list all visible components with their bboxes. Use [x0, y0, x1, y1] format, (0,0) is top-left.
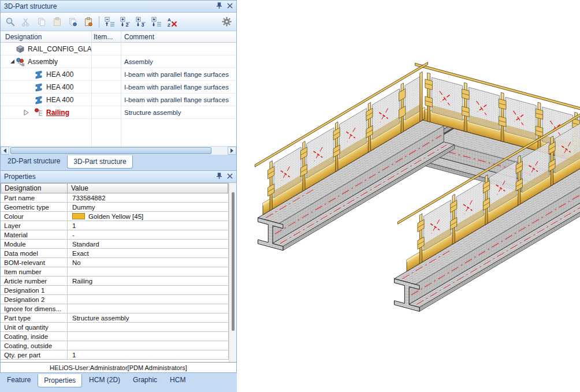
property-value[interactable]: Railing [68, 277, 228, 285]
assembly-icon [16, 57, 25, 66]
property-value[interactable]: 1 [68, 350, 228, 359]
scrollbar-thumb[interactable] [10, 147, 211, 154]
property-label: Part name [1, 193, 68, 202]
column-header-comment[interactable]: Comment [121, 31, 236, 42]
row-comment: Assembly [121, 58, 236, 65]
close-icon[interactable] [227, 2, 233, 10]
properties-grid: Designation Value Part name733584882 Geo… [1, 183, 236, 362]
row-item [91, 55, 121, 68]
tab-graphic[interactable]: Graphic [127, 374, 163, 386]
column-header-designation[interactable]: Designation [1, 31, 91, 42]
row-designation[interactable]: Railing [46, 109, 69, 117]
tab-hcm-2d[interactable]: HCM (2D) [83, 374, 126, 386]
expand-level-2-icon[interactable]: 2 [119, 16, 132, 28]
close-icon[interactable] [227, 173, 233, 181]
tab-hcm[interactable]: HCM [164, 374, 191, 386]
3d-viewport[interactable] [237, 0, 580, 392]
cut-icon[interactable] [20, 16, 32, 28]
application-window: 3D-Part structure [0, 0, 580, 392]
table-row[interactable]: RAIL_CONFIG_GLA... [1, 43, 236, 55]
row-comment: I-beam with parallel flange surfaces [121, 84, 236, 91]
tab-properties[interactable]: Properties [38, 374, 82, 387]
property-value[interactable] [68, 341, 228, 350]
table-row[interactable]: HEA 400 I-beam with parallel flange surf… [1, 68, 236, 81]
scroll-left-icon[interactable] [1, 147, 9, 155]
property-label: Item number [1, 267, 68, 276]
pin-icon[interactable] [216, 2, 222, 11]
tab-feature[interactable]: Feature [1, 374, 36, 386]
property-value[interactable]: No [68, 258, 228, 267]
column-header-designation[interactable]: Designation [1, 183, 68, 193]
property-value[interactable]: 1 [68, 221, 228, 230]
vertical-scrollbar[interactable] [229, 183, 236, 362]
paste-icon[interactable] [51, 16, 64, 28]
expander-expanded-icon[interactable] [9, 59, 16, 64]
property-label: BOM-relevant [1, 258, 68, 267]
column-header-item[interactable]: Item... [91, 31, 121, 42]
row-comment: Structure assembly [121, 109, 236, 116]
row-item [91, 106, 121, 118]
row-item [91, 68, 121, 80]
svg-text:Z: Z [168, 23, 170, 27]
property-row: Designation 1 [1, 286, 228, 295]
railing-assembly-icon [34, 108, 43, 117]
paste-special-icon[interactable] [82, 16, 95, 28]
row-item [91, 81, 121, 93]
collapse-all-icon[interactable] [103, 16, 116, 28]
property-value[interactable] [68, 286, 228, 294]
expand-all-icon[interactable] [150, 16, 163, 28]
property-value[interactable]: 733584882 [68, 193, 228, 202]
tree-header-row: Designation Item... Comment [1, 31, 236, 43]
tab-3d-part-structure[interactable]: 3D-Part structure [67, 155, 132, 169]
row-comment: I-beam with parallel flange surfaces [121, 71, 236, 78]
properties-panel: Properties Designation Value Par [0, 170, 237, 373]
property-row: ModuleStandard [1, 240, 228, 249]
property-value[interactable]: Golden Yellow [45] [68, 212, 228, 221]
properties-header-row: Designation Value [1, 183, 228, 193]
expand-level-3-icon[interactable]: 3 [135, 16, 147, 28]
copy-icon[interactable] [35, 16, 48, 28]
property-value[interactable] [68, 267, 228, 276]
property-label: Article number [1, 277, 68, 285]
column-divider[interactable] [121, 31, 121, 146]
scrollbar-thumb[interactable] [232, 192, 235, 331]
table-row[interactable]: HEA 400 I-beam with parallel flange surf… [1, 81, 236, 94]
property-label: Unit of quantity [1, 323, 68, 331]
property-value[interactable]: Exact [68, 249, 228, 257]
search-icon[interactable] [4, 16, 17, 28]
property-value[interactable]: Standard [68, 240, 228, 248]
table-row[interactable]: HEA 400 I-beam with parallel flange surf… [1, 94, 236, 106]
property-row: Qty. per part1 [1, 350, 228, 360]
clear-sort-icon[interactable]: AZ [166, 16, 179, 28]
row-designation: RAIL_CONFIG_GLA... [28, 45, 91, 53]
scroll-right-icon[interactable] [228, 147, 236, 155]
table-row[interactable]: Assembly Assembly [1, 55, 236, 68]
copy-special-icon[interactable] [66, 16, 79, 28]
status-bar: HELiOS-User:Administrator[PDM Administra… [1, 362, 236, 372]
property-value[interactable] [68, 332, 228, 341]
property-row: Item number [1, 267, 228, 277]
column-divider[interactable] [91, 31, 92, 146]
property-value[interactable]: - [68, 230, 228, 239]
property-label: Designation 1 [1, 286, 68, 294]
property-value[interactable]: Structure assembly [68, 313, 228, 322]
settings-gear-icon[interactable] [220, 16, 233, 28]
property-value[interactable] [68, 323, 228, 331]
property-row: Part typeStructure assembly [1, 313, 228, 323]
row-item [91, 43, 121, 55]
property-value[interactable] [68, 304, 228, 313]
property-row: Unit of quantity [1, 323, 228, 332]
svg-text:A: A [168, 17, 171, 23]
property-value[interactable]: Dummy [68, 203, 228, 211]
row-designation: HEA 400 [46, 96, 73, 104]
column-header-value[interactable]: Value [68, 183, 228, 193]
pin-icon[interactable] [216, 173, 222, 181]
property-row: Article numberRailing [1, 277, 228, 286]
row-designation: HEA 400 [46, 70, 73, 79]
tab-2d-part-structure[interactable]: 2D-Part structure [2, 155, 66, 167]
horizontal-scrollbar[interactable] [1, 146, 236, 155]
table-row[interactable]: Railing Structure assembly [1, 106, 236, 119]
expander-collapsed-icon[interactable] [23, 109, 29, 116]
property-value[interactable] [68, 295, 228, 304]
panel-title: Properties [4, 173, 216, 181]
